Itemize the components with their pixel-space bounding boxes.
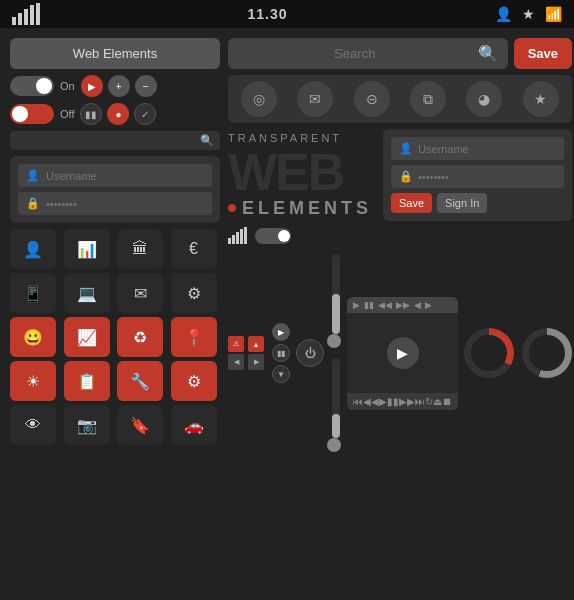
icon-btn-car[interactable]: 🚗	[171, 405, 217, 445]
icon-btn-monitor[interactable]: 💻	[64, 273, 110, 313]
mini-icon-3[interactable]: ◀	[228, 354, 244, 370]
password-input-left: 🔒	[18, 192, 212, 215]
mini-icon-2[interactable]: ▲	[248, 336, 264, 352]
ctrl-play[interactable]: ▶	[272, 323, 290, 341]
media-btn-end[interactable]: ⏭	[415, 396, 425, 407]
media-controls-top: ▶ ▮▮ ◀◀ ▶▶ ◀ ▶	[347, 297, 458, 313]
toolbar-icon-mail[interactable]: ✉	[297, 81, 333, 117]
media-btn-start[interactable]: ⏮	[353, 396, 363, 407]
icon-btn-sun[interactable]: ☀	[10, 361, 56, 401]
icon-btn-gear[interactable]: ⚙	[171, 273, 217, 313]
username-input-left: 👤	[18, 164, 212, 187]
save-button[interactable]: Save	[514, 38, 572, 69]
toolbar-icon-grid[interactable]: ⊝	[354, 81, 390, 117]
icon-btn-clipboard[interactable]: 📋	[64, 361, 110, 401]
toolbar-icon-chart[interactable]: ◕	[466, 81, 502, 117]
media-ctrl-prev[interactable]: ◀◀	[378, 300, 392, 310]
toolbar-icon-star[interactable]: ★	[523, 81, 559, 117]
play-button[interactable]: ▶	[81, 75, 103, 97]
password-field-right[interactable]	[418, 171, 556, 183]
knob-gray[interactable]	[522, 328, 572, 378]
media-ctrl-pause[interactable]: ▮▮	[364, 300, 374, 310]
password-field-left[interactable]	[46, 198, 204, 210]
icon-btn-building[interactable]: 🏛	[117, 229, 163, 269]
mini-bar-1	[228, 238, 231, 244]
media-btn-pause2[interactable]: ▮▮	[387, 396, 399, 407]
icon-btn-bookmark[interactable]: 🔖	[117, 405, 163, 445]
toolbar-icon-copy[interactable]: ⧉	[410, 81, 446, 117]
mini-signal-bars	[228, 227, 247, 244]
small-btn-col: ▶ ▮▮ ▼	[272, 323, 290, 383]
toggle-small-knob	[278, 230, 290, 242]
media-btn-eject[interactable]: ⏏	[433, 396, 442, 407]
search-bar-row: 🔍 Save	[228, 38, 572, 69]
slider-track-1	[332, 254, 340, 334]
status-bar: 11.30 👤 ★ 📶	[0, 0, 574, 28]
add-button[interactable]: +	[108, 75, 130, 97]
ctrl-down[interactable]: ▼	[272, 365, 290, 383]
search-input[interactable]	[238, 46, 472, 61]
toggle-on-row: On ▶ + −	[10, 75, 220, 97]
web-elements-button[interactable]: Web Elements	[10, 38, 220, 69]
media-ctrl-next[interactable]: ▶▶	[396, 300, 410, 310]
media-ctrl-play[interactable]: ▶	[353, 300, 360, 310]
icon-btn-smiley[interactable]: 😀	[10, 317, 56, 357]
wifi-icon: 📶	[545, 6, 562, 22]
lock-icon-right: 🔒	[399, 170, 413, 183]
ctrl-btns-row1: ▶ + −	[81, 75, 157, 97]
mini-icon-grid: ⚠ ▲ ◀ ▶	[228, 336, 266, 370]
signin-btn-right[interactable]: Sign In	[437, 193, 487, 213]
media-ctrl-rwd[interactable]: ◀	[414, 300, 421, 310]
icon-btn-recycle[interactable]: ♻	[117, 317, 163, 357]
check-button[interactable]: ✓	[134, 103, 156, 125]
ctrl-pause[interactable]: ▮▮	[272, 344, 290, 362]
minus-button[interactable]: −	[135, 75, 157, 97]
icon-btn-wrench[interactable]: 🔧	[117, 361, 163, 401]
media-btn-rewind[interactable]: ◀◀	[363, 396, 379, 407]
signal-bar-1	[12, 17, 16, 25]
record-button[interactable]: ●	[107, 103, 129, 125]
icon-btn-camera[interactable]: 📷	[64, 405, 110, 445]
main-search-bar: 🔍	[228, 38, 508, 69]
media-btn-play2[interactable]: ▶	[379, 396, 387, 407]
toggle-small-on[interactable]	[255, 228, 291, 244]
username-field-left[interactable]	[46, 170, 204, 182]
icon-btn-settings[interactable]: ⚙	[171, 361, 217, 401]
toggle-off[interactable]	[10, 104, 54, 124]
toolbar-icon-target[interactable]: ◎	[241, 81, 277, 117]
pause-button[interactable]: ▮▮	[80, 103, 102, 125]
web-big-text: WEB	[228, 146, 375, 198]
mini-icon-4[interactable]: ▶	[248, 354, 264, 370]
toggle-off-row: Off ▮▮ ● ✓	[10, 103, 220, 125]
icon-btn-trend[interactable]: 📈	[64, 317, 110, 357]
media-btn-repeat[interactable]: ↻	[425, 396, 433, 407]
icon-btn-euro[interactable]: €	[171, 229, 217, 269]
icon-btn-eye[interactable]: 👁	[10, 405, 56, 445]
media-btn-ff[interactable]: ▶▶	[399, 396, 415, 407]
slider-handle-2[interactable]	[327, 438, 341, 452]
knob-red[interactable]	[464, 328, 514, 378]
media-controls-bottom: ⏮ ◀◀ ▶ ▮▮ ▶▶ ⏭ ↻ ⏏ ⏹	[347, 393, 458, 410]
save-btn-right[interactable]: Save	[391, 193, 432, 213]
lock-icon-left: 🔒	[26, 197, 40, 210]
icon-btn-pin[interactable]: 📍	[171, 317, 217, 357]
slider-fill-1	[332, 294, 340, 334]
media-ctrl-fwd[interactable]: ▶	[425, 300, 432, 310]
username-field-right[interactable]	[418, 143, 556, 155]
media-btn-stop[interactable]: ⏹	[442, 396, 452, 407]
mini-icon-1[interactable]: ⚠	[228, 336, 244, 352]
elements-label: ELEMENTS	[228, 198, 375, 219]
mini-bar-2	[232, 235, 235, 244]
login-buttons: Save Sign In	[391, 193, 564, 213]
icon-btn-user[interactable]: 👤	[10, 229, 56, 269]
login-form-left: 👤 🔒	[10, 156, 220, 223]
icon-btn-chart[interactable]: 📊	[64, 229, 110, 269]
power-button[interactable]: ⏻	[296, 339, 324, 367]
media-play-big[interactable]: ▶	[387, 337, 419, 369]
slider-handle-1[interactable]	[327, 334, 341, 348]
toggle-on[interactable]	[10, 76, 54, 96]
icon-btn-mobile[interactable]: 📱	[10, 273, 56, 313]
search-icon-main: 🔍	[478, 44, 498, 63]
icon-btn-mail[interactable]: ✉	[117, 273, 163, 313]
small-search-input[interactable]	[16, 135, 196, 147]
